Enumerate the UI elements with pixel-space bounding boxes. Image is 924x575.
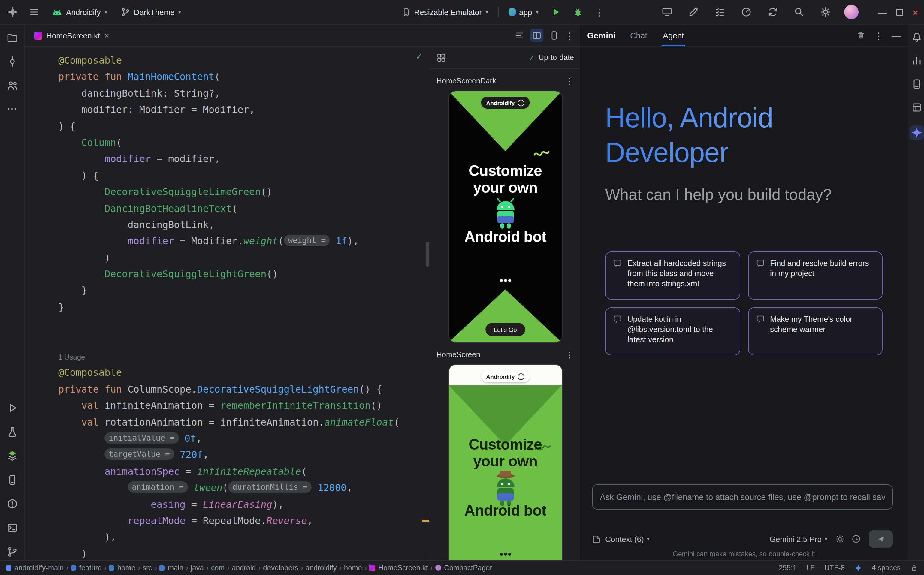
breadcrumb-item[interactable]: home (109, 564, 135, 572)
hide-panel-button[interactable]: — (892, 31, 900, 40)
breadcrumb-item[interactable]: home (344, 564, 362, 572)
design-view-button[interactable] (549, 30, 559, 40)
device-streaming-button[interactable] (660, 4, 675, 20)
commit-tool-button[interactable] (6, 56, 18, 67)
editor-options-button[interactable]: ⋮ (565, 31, 574, 40)
editor-tab[interactable]: HomeScreen.kt × (28, 25, 115, 46)
editor-area: HomeScreen.kt × ⋮ @Composableprivate fun… (25, 25, 580, 560)
version-control-tool-button[interactable] (6, 546, 18, 558)
debug-button[interactable] (570, 4, 586, 20)
maximize-button[interactable] (897, 9, 903, 15)
context-dropdown[interactable]: Context (6) ▾ (605, 534, 650, 543)
prompt-card[interactable]: Extract all hardcoded strings from this … (605, 251, 740, 300)
code-line: private fun ColumnScope.DecorativeSquigg… (58, 381, 430, 398)
todo-list-button[interactable] (712, 4, 728, 20)
code-view-button[interactable] (515, 30, 524, 40)
lets-go-button[interactable]: Let's Go (485, 323, 525, 336)
more-tools-button[interactable]: ⋯ (7, 104, 17, 114)
project-tool-button[interactable] (6, 32, 18, 43)
profiler-button[interactable] (739, 4, 754, 20)
indent-config[interactable]: 4 spaces (872, 564, 900, 572)
settings-button[interactable] (818, 4, 833, 20)
chevron-down-icon: ▾ (647, 536, 650, 542)
code-suggestion-button[interactable] (686, 4, 701, 20)
breadcrumb-item[interactable]: androidify-main (6, 564, 64, 572)
line-separator[interactable]: LF (806, 564, 815, 572)
search-everywhere-button[interactable] (792, 4, 807, 20)
prompt-card[interactable]: Update kotlin in @libs.version.toml to t… (605, 307, 740, 355)
preview-more-icon[interactable]: ⋮ (566, 77, 574, 85)
device-explorer-tool-button[interactable] (911, 79, 922, 89)
minimize-button[interactable]: — (878, 8, 887, 16)
prompt-card-icon (613, 259, 622, 268)
add-context-icon[interactable] (592, 534, 601, 543)
gemini-tool-button[interactable] (910, 125, 924, 140)
editor-scrollbar[interactable] (426, 242, 429, 267)
device-manager-tool-button[interactable] (6, 474, 18, 486)
main-menu-icon[interactable] (26, 4, 42, 20)
history-button[interactable] (851, 534, 861, 544)
prompt-card-icon (755, 259, 765, 268)
cursor-position[interactable]: 255:1 (779, 564, 797, 572)
notifications-button[interactable] (911, 32, 922, 43)
build-variants-tool-button[interactable] (6, 450, 18, 462)
breadcrumb-item[interactable]: androidify (305, 564, 337, 572)
gemini-input[interactable] (592, 484, 893, 510)
project-selector[interactable]: Androidify ▾ (48, 6, 111, 18)
breadcrumb-separator: › (226, 564, 231, 572)
run-button[interactable] (549, 4, 564, 20)
breadcrumb-item[interactable]: HomeScreen.kt (369, 564, 428, 572)
preview-more-icon[interactable]: ⋮ (566, 351, 574, 359)
breadcrumb-item[interactable]: CompactPager (435, 564, 492, 572)
send-button[interactable] (869, 530, 893, 548)
user-avatar[interactable] (844, 5, 859, 19)
tab-agent[interactable]: Agent (662, 25, 685, 46)
pull-requests-tool-button[interactable] (6, 80, 18, 91)
sync-project-button[interactable] (765, 4, 781, 20)
close-button[interactable]: × (913, 7, 918, 17)
branch-icon (121, 7, 130, 17)
code-line: dancingBotLink: String?, (58, 85, 430, 102)
breadcrumb-item[interactable]: developers (263, 564, 298, 572)
test-tool-button[interactable] (6, 426, 18, 438)
prompt-card[interactable]: Find and resolve build errors in my proj… (748, 251, 883, 300)
readonly-lock-icon[interactable] (910, 564, 918, 572)
branch-selector[interactable]: DarkTheme ▾ (117, 5, 185, 19)
profiler-tool-button[interactable] (911, 55, 922, 66)
delete-conversation-button[interactable] (856, 30, 866, 40)
phone-preview-light[interactable]: Androidify i Customize your own Android … (448, 364, 562, 560)
breadcrumb-item[interactable]: java (191, 564, 204, 572)
inspection-ok-icon[interactable]: ✓ (416, 52, 423, 61)
phone-preview-dark[interactable]: Androidify i Customize your own Android … (448, 91, 562, 343)
more-run-actions-button[interactable]: ⋮ (592, 4, 607, 20)
gemini-settings-button[interactable] (835, 534, 845, 544)
preview-scroll-area[interactable]: HomeScreenDark ⋮ Androidify i Customize (431, 69, 580, 560)
model-selector[interactable]: Gemini 2.5 Pro ▾ (770, 534, 827, 543)
info-icon: i (518, 373, 525, 380)
terminal-tool-button[interactable] (6, 522, 18, 534)
branch-name: DarkTheme (134, 8, 175, 16)
preview-headline: Android bot (449, 228, 561, 246)
breadcrumb-item[interactable]: android (232, 564, 256, 572)
preview-layout-icon[interactable] (436, 53, 446, 62)
breadcrumb-item[interactable]: src (143, 564, 152, 572)
breadcrumb-item[interactable]: feature (71, 564, 102, 572)
problems-tool-button[interactable] (6, 498, 18, 510)
device-selector[interactable]: Resizable Emulator ▾ (398, 6, 492, 18)
module-icon (6, 565, 11, 570)
run-tool-button[interactable] (6, 402, 18, 413)
breadcrumb-item[interactable]: com (211, 564, 224, 572)
code-editor[interactable]: @Composableprivate fun MainHomeContent( … (25, 47, 430, 560)
run-config-selector[interactable]: app ▾ (505, 6, 542, 18)
file-encoding[interactable]: UTF-8 (824, 564, 845, 572)
ai-status-icon[interactable] (854, 564, 862, 572)
close-tab-icon[interactable]: × (104, 30, 109, 40)
prompt-card[interactable]: Make my Theme's color scheme warmer (748, 307, 883, 355)
split-view-button[interactable] (530, 29, 543, 42)
tab-chat[interactable]: Chat (629, 25, 649, 46)
layout-inspector-tool-button[interactable] (911, 102, 922, 113)
breadcrumb-item[interactable]: main (159, 564, 183, 572)
gemini-more-button[interactable]: ⋮ (874, 31, 883, 40)
send-icon (876, 534, 885, 543)
check-icon: ✓ (528, 53, 535, 62)
